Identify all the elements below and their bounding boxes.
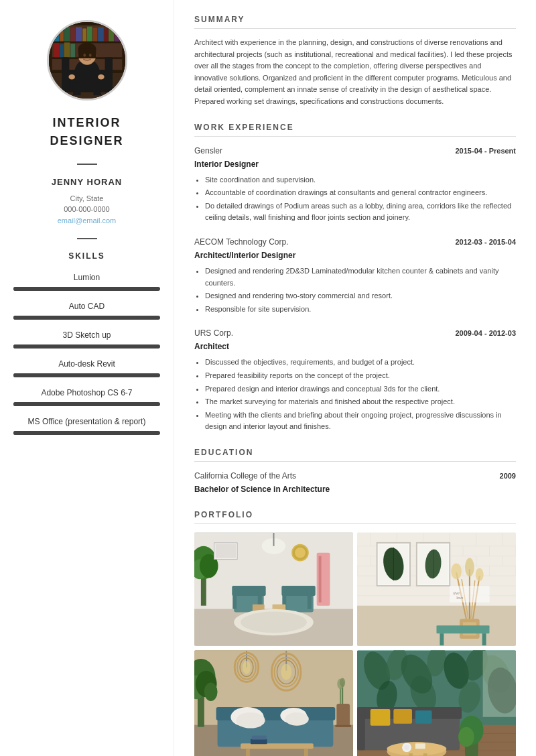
portfolio-img-3 — [194, 650, 353, 756]
work-header: URS Corp. 2009-04 - 2012-03 — [194, 327, 516, 339]
svg-rect-29 — [78, 49, 96, 58]
svg-rect-23 — [105, 57, 112, 92]
svg-rect-183 — [393, 709, 412, 724]
work-dates: 2009-04 - 2012-03 — [455, 328, 516, 339]
work-header: AECOM Technology Corp. 2012-03 - 2015-04 — [194, 236, 516, 248]
edu-school: California College of the Arts — [194, 470, 296, 482]
skill-bar-bg — [13, 316, 160, 320]
work-entries: Gensler 2015-04 - Present Interior Desig… — [194, 145, 516, 433]
avatar-placeholder — [49, 22, 125, 99]
svg-rect-9 — [75, 27, 82, 42]
svg-point-117 — [465, 558, 474, 576]
bullet-item: Meeting with the clients and briefing ab… — [205, 410, 516, 433]
svg-rect-123 — [440, 633, 444, 645]
bullet-item: The market surveying for materials and f… — [205, 396, 516, 408]
company-name: AECOM Technology Corp. — [194, 236, 289, 248]
svg-point-34 — [68, 74, 75, 80]
svg-rect-158 — [251, 739, 267, 744]
svg-point-146 — [236, 712, 265, 729]
edu-entry: California College of the Arts 2009 — [194, 470, 516, 482]
svg-rect-14 — [104, 29, 108, 42]
skill-name: 3D Sketch up — [13, 329, 160, 341]
svg-rect-64 — [216, 544, 237, 558]
edu-entry-wrapper: California College of the Arts 2009 Bach… — [194, 470, 516, 495]
skill-bar-bg — [13, 344, 160, 349]
skill-name: Lumion — [13, 271, 160, 284]
skill-bar-fill — [13, 344, 143, 349]
work-header: Gensler 2015-04 - Present — [194, 145, 516, 157]
svg-point-30 — [83, 54, 86, 57]
skill-item: Auto-desk Revit — [13, 358, 160, 377]
svg-point-66 — [295, 548, 306, 558]
skill-bar-bg — [13, 431, 160, 435]
skill-item: 3D Sketch up — [13, 329, 160, 349]
work-bullets: Site coordination and supervision.Accoun… — [194, 174, 516, 224]
work-bullets: Designed and rendering 2D&3D Laminated/m… — [194, 265, 516, 315]
work-role: Architect — [194, 340, 516, 353]
work-role: Architect/Interior Designer — [194, 249, 516, 261]
divider-2 — [77, 238, 97, 239]
svg-point-116 — [451, 563, 462, 579]
divider-1 — [77, 164, 97, 165]
bullet-item: Accountable of coordination drawings at … — [205, 187, 516, 199]
sidebar: INTERIOR DESIGNER JENNY HORAN City, Stat… — [0, 0, 174, 756]
skills-list: Lumion Auto CAD 3D Sketch up Auto-desk R… — [13, 271, 160, 435]
company-name: URS Corp. — [194, 327, 233, 339]
work-dates: 2015-04 - Present — [456, 145, 517, 157]
svg-point-137 — [243, 661, 251, 674]
portfolio-img-2: live love — [357, 532, 516, 646]
svg-point-35 — [98, 74, 105, 80]
skill-bar-fill — [13, 287, 145, 291]
summary-title: SUMMARY — [194, 13, 516, 29]
edu-degree: Bachelor of Science in Architecture — [194, 483, 516, 495]
svg-point-60 — [241, 611, 307, 633]
svg-rect-192 — [415, 743, 425, 749]
edu-year: 2009 — [500, 470, 516, 482]
bullet-item: Prepared design and interior drawings an… — [205, 383, 516, 395]
work-experience-title: WORK EXPERIENCE — [194, 121, 516, 137]
portfolio-scene-3 — [194, 650, 353, 756]
svg-rect-12 — [92, 28, 97, 42]
skill-item: Adobe Photoshop CS 6-7 — [13, 387, 160, 406]
svg-rect-5 — [54, 27, 59, 42]
svg-point-31 — [88, 54, 91, 57]
svg-rect-157 — [304, 749, 308, 756]
svg-rect-156 — [246, 749, 250, 756]
skill-bar-fill — [13, 402, 138, 406]
skill-name: Auto-desk Revit — [13, 358, 160, 370]
skill-name: MS Office (presentation & report) — [13, 416, 160, 428]
svg-rect-151 — [340, 687, 341, 704]
svg-point-132 — [204, 682, 218, 701]
person-name: JENNY HORAN — [52, 176, 122, 189]
svg-rect-22 — [62, 57, 69, 92]
svg-rect-193 — [409, 753, 413, 756]
svg-rect-181 — [357, 709, 365, 750]
education-title: EDUCATION — [194, 446, 516, 462]
work-role: Interior Designer — [194, 158, 516, 170]
summary-text: Architect with experience in the plannin… — [194, 37, 516, 108]
phone: 000-000-0000 — [64, 204, 110, 215]
svg-rect-122 — [437, 625, 490, 633]
edu-entries: California College of the Arts 2009 Bach… — [194, 470, 516, 495]
work-entry: AECOM Technology Corp. 2012-03 - 2015-04… — [194, 236, 516, 315]
svg-point-191 — [404, 745, 409, 750]
portfolio-grid: live love — [194, 532, 516, 756]
portfolio-img-4 — [357, 650, 516, 756]
svg-rect-44 — [273, 533, 275, 546]
portfolio-img-1 — [194, 532, 353, 646]
skill-name: Adobe Photoshop CS 6-7 — [13, 387, 160, 399]
skill-item: MS Office (presentation & report) — [13, 416, 160, 435]
skill-name: Auto CAD — [13, 300, 160, 312]
skill-bar-bg — [13, 373, 160, 377]
svg-rect-7 — [64, 27, 70, 42]
bullet-item: Site coordination and supervision. — [205, 174, 516, 186]
work-entry: URS Corp. 2009-04 - 2012-03 Architect Di… — [194, 327, 516, 433]
email: email@email.com — [58, 215, 117, 227]
skill-bar-bg — [13, 287, 160, 291]
svg-text:love: love — [456, 596, 464, 600]
svg-point-154 — [340, 678, 345, 687]
svg-rect-173 — [483, 651, 516, 717]
location: City, State — [70, 193, 104, 204]
svg-point-148 — [285, 712, 309, 726]
svg-point-142 — [281, 664, 291, 680]
